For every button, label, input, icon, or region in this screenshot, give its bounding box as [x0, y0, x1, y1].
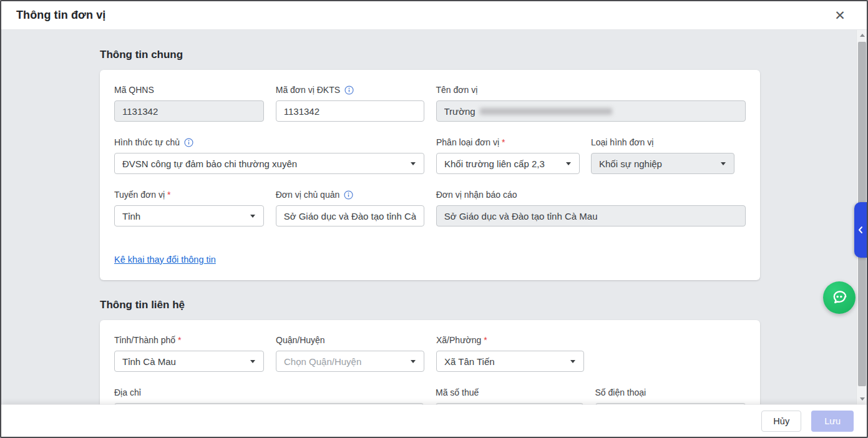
support-chat-button[interactable] — [823, 281, 856, 314]
field-don-vi-chu-quan: Đơn vị chủ quản Sở Giáo dục và Đào tạo t… — [276, 188, 424, 226]
quan-huyen-select[interactable]: Chọn Quận/Huyện — [276, 351, 424, 372]
ma-dkts-label: Mã đơn vị ĐKTS — [276, 85, 340, 95]
general-row-2: Hình thức tự chủ ĐVSN công tự đảm bảo ch… — [114, 136, 746, 174]
ma-dkts-input[interactable]: 1131342 — [276, 100, 424, 122]
modal-body: Thông tin chung Mã QHNS 1131342 Mã — [1, 30, 867, 404]
chevron-down-icon — [570, 360, 575, 363]
general-row-3: Tuyến đơn vị * Tỉnh Đơn vị chủ quản — [114, 188, 746, 226]
scroll-up-arrow-icon[interactable] — [857, 30, 867, 41]
tuyen-select[interactable]: Tỉnh — [114, 205, 264, 226]
chu-quan-input[interactable]: Sở Giáo dục và Đào tạo tỉnh Cà Mau — [276, 205, 424, 226]
contact-row-2: Địa chỉ ấp Hải An Mã số thuế 20009 — [114, 386, 746, 404]
contact-info-card: Tỉnh/Thành phố * Tỉnh Cà Mau Quận/Huyện — [100, 320, 760, 404]
modal-title: Thông tin đơn vị — [16, 9, 105, 22]
ma-qhns-input[interactable]: 1131342 — [114, 100, 264, 122]
general-info-card: Mã QHNS 1131342 Mã đơn vị ĐKTS — [100, 70, 760, 280]
collapse-side-tab[interactable] — [854, 202, 867, 258]
required-marker: * — [484, 335, 487, 345]
field-ten-don-vi: Tên đơn vị Trường — [436, 84, 746, 122]
xa-phuong-label: Xã/Phường — [436, 335, 481, 345]
required-marker: * — [167, 190, 170, 200]
change-info-link[interactable]: Kê khai thay đổi thông tin — [114, 255, 216, 265]
so-dien-thoai-label: Số điện thoại — [595, 387, 646, 397]
field-tuyen-don-vi: Tuyến đơn vị * Tỉnh — [114, 188, 264, 226]
field-ma-so-thue: Mã số thuế 20009 — [436, 386, 583, 404]
unit-info-modal: Thông tin đơn vị ✕ Thông tin chung Mã QH… — [0, 0, 868, 438]
nhan-bao-cao-input[interactable]: Sở Giáo dục và Đào tạo tỉnh Cà Mau — [436, 205, 746, 226]
dia-chi-label: Địa chỉ — [114, 387, 141, 397]
section-heading-general: Thông tin chung — [100, 49, 760, 61]
field-don-vi-nhan-bao-cao: Đơn vị nhận báo cáo Sở Giáo dục và Đào t… — [436, 188, 746, 226]
ma-so-thue-label: Mã số thuế — [436, 387, 479, 397]
ten-don-vi-input[interactable]: Trường — [436, 100, 746, 122]
field-ma-dkts: Mã đơn vị ĐKTS 1131342 — [276, 84, 424, 122]
info-icon[interactable] — [184, 138, 193, 147]
modal-header: Thông tin đơn vị ✕ — [1, 1, 867, 30]
tinh-select[interactable]: Tỉnh Cà Mau — [114, 351, 264, 372]
quan-huyen-label: Quận/Huyện — [276, 335, 325, 345]
chevron-left-icon — [857, 226, 864, 234]
hinh-thuc-select[interactable]: ĐVSN công tự đảm bảo chi thường xuyên — [114, 153, 424, 174]
phan-loai-label: Phân loại đơn vị — [436, 137, 499, 147]
contact-row-1: Tỉnh/Thành phố * Tỉnh Cà Mau Quận/Huyện — [114, 334, 746, 372]
chevron-down-icon — [250, 360, 255, 363]
loai-hinh-label: Loại hình đơn vị — [591, 137, 653, 147]
field-so-dien-thoai: Số điện thoại 09 — [595, 386, 746, 404]
general-row-1: Mã QHNS 1131342 Mã đơn vị ĐKTS — [114, 84, 746, 122]
chevron-down-icon — [721, 162, 726, 165]
ten-don-vi-label: Tên đơn vị — [436, 85, 478, 95]
modal-footer: Hủy Lưu — [1, 404, 867, 437]
phan-loai-select[interactable]: Khối trường liên cấp 2,3 — [436, 153, 580, 174]
cancel-button[interactable]: Hủy — [761, 411, 801, 432]
info-icon[interactable] — [344, 190, 353, 200]
save-button[interactable]: Lưu — [811, 411, 854, 432]
required-marker: * — [178, 335, 181, 345]
tinh-label: Tỉnh/Thành phố — [114, 335, 175, 345]
field-loai-hinh-don-vi: Loại hình đơn vị Khối sự nghiệp — [591, 136, 734, 174]
field-phan-loai-don-vi: Phân loại đơn vị * Khối trường liên cấp … — [436, 136, 580, 174]
chevron-down-icon — [411, 162, 416, 165]
section-heading-contact: Thông tin liên hệ — [100, 299, 760, 311]
chevron-down-icon — [411, 360, 416, 363]
tuyen-label: Tuyến đơn vị — [114, 190, 165, 200]
ma-qhns-label: Mã QHNS — [114, 85, 154, 95]
close-icon[interactable]: ✕ — [832, 7, 848, 24]
loai-hinh-select[interactable]: Khối sự nghiệp — [591, 153, 734, 174]
field-xa-phuong: Xã/Phường * Xã Tân Tiến — [436, 334, 584, 372]
xa-phuong-select[interactable]: Xã Tân Tiến — [436, 351, 584, 372]
info-icon[interactable] — [344, 85, 354, 95]
modal-content: Thông tin chung Mã QHNS 1131342 Mã — [100, 30, 760, 404]
field-hinh-thuc-tu-chu: Hình thức tự chủ ĐVSN công tự đảm bảo ch… — [114, 136, 424, 174]
redacted-text — [480, 108, 612, 115]
hinh-thuc-label: Hình thức tự chủ — [114, 137, 180, 147]
chevron-down-icon — [566, 162, 571, 165]
field-dia-chi: Địa chỉ ấp Hải An — [114, 386, 424, 404]
chat-bubble-icon — [829, 288, 849, 308]
chu-quan-label: Đơn vị chủ quản — [276, 190, 340, 200]
nhan-bao-cao-label: Đơn vị nhận báo cáo — [436, 190, 517, 200]
scroll-down-arrow-icon[interactable] — [857, 394, 867, 404]
field-tinh-thanh-pho: Tỉnh/Thành phố * Tỉnh Cà Mau — [114, 334, 264, 372]
field-quan-huyen: Quận/Huyện Chọn Quận/Huyện — [276, 334, 424, 372]
required-marker: * — [502, 137, 505, 147]
field-ma-qhns: Mã QHNS 1131342 — [114, 84, 264, 122]
chevron-down-icon — [250, 215, 255, 218]
